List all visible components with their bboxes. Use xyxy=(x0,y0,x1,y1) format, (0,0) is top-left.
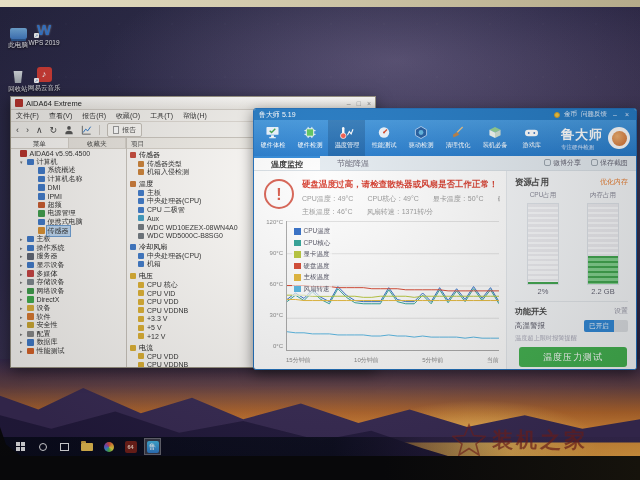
tree-item[interactable]: ▸ 主板 xyxy=(11,235,126,244)
high-temp-alarm-toggle[interactable]: 已开启 xyxy=(584,320,628,332)
legend-item: CPU核心 xyxy=(294,239,330,248)
tree-item-icon xyxy=(27,348,34,355)
tree-item[interactable]: DMI xyxy=(11,183,126,192)
aida64-taskbar-button[interactable]: 64 xyxy=(122,438,139,455)
task-view-button[interactable] xyxy=(56,438,73,455)
ludashi-navbar: 硬件体检 硬件检测 温度管理 性能测试 驱动检测 xyxy=(254,120,636,156)
photos-app-button[interactable] xyxy=(100,438,117,455)
menu-item[interactable]: 查看(V) xyxy=(49,111,72,121)
tree-item[interactable]: ▸ 数据库 xyxy=(11,338,126,347)
tree-item[interactable]: ▸ 配置 xyxy=(11,329,126,338)
ludashi-taskbar-button[interactable]: 鲁 xyxy=(144,438,161,455)
divider xyxy=(515,301,628,302)
this-pc-icon xyxy=(10,28,27,39)
close-button[interactable]: × xyxy=(367,100,371,107)
tree-item[interactable]: 传感器 xyxy=(11,226,126,235)
forward-icon[interactable]: › xyxy=(26,125,29,135)
tree-item[interactable]: ▸ 性能测试 xyxy=(11,347,126,356)
chip-icon xyxy=(303,126,317,139)
nav-cleanup[interactable]: 清理优化 xyxy=(439,120,476,156)
nav-benchmark[interactable]: 性能测试 xyxy=(365,120,402,156)
tree-item-icon xyxy=(20,150,27,157)
tree-item[interactable]: ▸ 显示设备 xyxy=(11,261,126,270)
tab-favorites[interactable]: 收藏夹 xyxy=(69,138,127,148)
alarm-note: 温度超上限时报警提醒 xyxy=(515,334,577,343)
tree-item[interactable]: AIDA64 v5.95.4500 xyxy=(11,149,126,158)
coin-icon[interactable] xyxy=(554,112,560,118)
minimize-button[interactable]: – xyxy=(347,100,351,107)
tree-expander-icon: ▸ xyxy=(20,314,25,320)
tree-item[interactable]: 计算机名称 xyxy=(11,175,126,184)
menu-item[interactable]: 文件(F) xyxy=(16,111,39,121)
tree-item[interactable]: ▸ 多媒体 xyxy=(11,269,126,278)
nav-temperature[interactable]: 温度管理 xyxy=(328,120,365,156)
tree-item-icon xyxy=(38,167,45,174)
temperature-chart-area: ! 硬盘温度过高，请检查散热器或风扇是否工作正常！ CPU温度：49°C CPU… xyxy=(254,171,506,369)
chart-legend: CPU温度 CPU核心 显卡温度 xyxy=(292,225,332,296)
tree-expander-icon: ▸ xyxy=(20,262,25,268)
tree-item-icon xyxy=(27,305,34,312)
desktop-icon-wps[interactable]: W↗ WPS 2019 xyxy=(28,19,60,46)
nav-driver-detect[interactable]: 驱动检测 xyxy=(402,120,439,156)
nav-game-library[interactable]: 游戏库 xyxy=(513,120,550,156)
nav-hardware-detect[interactable]: 硬件检测 xyxy=(291,120,328,156)
back-icon[interactable]: ‹ xyxy=(16,125,19,135)
up-icon[interactable]: ∧ xyxy=(36,125,43,135)
tree-item-label: DirectX xyxy=(36,296,61,303)
tree-item-icon xyxy=(27,288,34,295)
tab-menu[interactable]: 菜单 xyxy=(11,138,69,148)
y-tick-label: 30°C xyxy=(258,312,283,318)
close-button[interactable]: × xyxy=(623,111,631,118)
sensor-row-icon xyxy=(138,169,144,175)
minimize-button[interactable]: – xyxy=(611,111,619,118)
tree-expander-icon: ▸ xyxy=(20,331,25,337)
y-tick-label: 60°C xyxy=(258,281,283,287)
tree-item-label: 网络设备 xyxy=(36,286,66,296)
tab-cooling[interactable]: 节能降温 xyxy=(320,156,386,170)
tree-item[interactable]: ▸ 存储设备 xyxy=(11,278,126,287)
chart-icon[interactable] xyxy=(81,125,92,135)
tree-item-icon xyxy=(38,227,45,234)
ludashi-titlebar[interactable]: 鲁大师 5.19 金币 问题反馈 – × xyxy=(254,109,636,120)
report-button[interactable]: 报告 xyxy=(107,123,142,137)
tree-item[interactable]: ▸ 服务器 xyxy=(11,252,126,261)
warning-line2: 主板温度：46°C 风扇转速：1371转/分 xyxy=(302,207,500,217)
file-explorer-button[interactable] xyxy=(78,438,95,455)
maximize-button[interactable]: □ xyxy=(357,100,361,107)
photos-icon xyxy=(104,442,114,452)
ludashi-tabs: 温度监控 节能降温 微博分享 保存截图 xyxy=(254,156,636,171)
save-screenshot-button[interactable]: 保存截图 xyxy=(591,158,628,168)
tree-item[interactable]: IPMI xyxy=(11,192,126,201)
feedback-link[interactable]: 问题反馈 xyxy=(581,110,607,119)
nav-hardware-checkup[interactable]: 硬件体检 xyxy=(254,120,291,156)
tree-item[interactable]: ▸ 安全性 xyxy=(11,321,126,330)
tree-item[interactable]: ▸ 设备 xyxy=(11,304,126,313)
tab-temperature-monitor[interactable]: 温度监控 xyxy=(254,156,320,170)
tree-item-icon xyxy=(27,270,34,277)
desktop-icon-label: WPS 2019 xyxy=(28,39,60,46)
optimize-memory-link[interactable]: 优化内存 xyxy=(600,177,628,189)
legend-label: CPU温度 xyxy=(304,227,331,236)
weibo-share-button[interactable]: 微博分享 xyxy=(544,158,581,168)
x-tick-label: 当前 xyxy=(487,356,499,365)
sensor-row-icon xyxy=(138,207,144,213)
settings-link[interactable]: 设置 xyxy=(614,306,628,317)
nav-essential-software[interactable]: 装机必备 xyxy=(476,120,513,156)
coins-link[interactable]: 金币 xyxy=(564,110,577,119)
desktop-icon-netease-music[interactable]: ♪↗ 网易云音乐 xyxy=(28,64,60,93)
tree-item[interactable]: ▸ 软件 xyxy=(11,312,126,321)
tree-item-icon xyxy=(27,262,34,269)
tree-item[interactable]: ▸ 操作系统 xyxy=(11,244,126,253)
refresh-icon[interactable]: ↻ xyxy=(50,125,58,135)
tree-item-icon xyxy=(27,236,34,243)
menu-item[interactable]: 收藏(O) xyxy=(116,111,140,121)
menu-item[interactable]: 报告(R) xyxy=(82,111,106,121)
menu-item[interactable]: 工具(T) xyxy=(150,111,173,121)
menu-item[interactable]: 帮助(H) xyxy=(183,111,207,121)
tree-item[interactable]: ▸ 网络设备 xyxy=(11,287,126,296)
search-button[interactable] xyxy=(34,438,51,455)
temperature-stress-test-button[interactable]: 温度压力测试 xyxy=(519,347,627,367)
user-icon[interactable] xyxy=(64,125,74,135)
legend-item: 主板温度 xyxy=(294,273,330,282)
tree-item[interactable]: ▸ DirectX xyxy=(11,295,126,304)
